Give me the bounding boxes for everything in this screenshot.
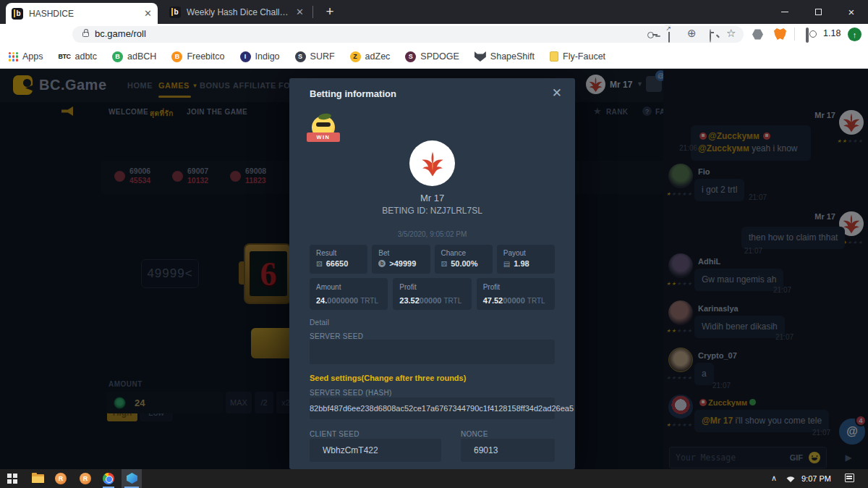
tab-hashdice[interactable]: b HASHDICE ✕ [6, 3, 158, 24]
betting-id: BETING ID: NZJ7LRL7SL [289, 206, 575, 216]
tray-chevron-icon[interactable]: ∧ [771, 474, 777, 483]
stats-row: Result ⚄66650 Bet b>49999 Chance ⚄50.00%… [310, 245, 555, 274]
bookmark-flyfaucet[interactable]: Fly-Faucet [550, 51, 605, 62]
spdoge-icon: S [405, 51, 416, 62]
bch-icon: B [112, 51, 123, 62]
dice-icon: ⚄ [441, 260, 448, 268]
bookmark-adbch[interactable]: B adBCH [112, 51, 156, 62]
update-arrow-icon[interactable]: ↑ [848, 28, 861, 41]
server-seed-hash-label: SERVER SEED (HASH) [310, 389, 392, 397]
new-tab-button[interactable]: + [320, 2, 339, 21]
add-circle-icon[interactable]: ⊕ [687, 27, 697, 40]
bookmark-star-icon[interactable]: ☆ [726, 27, 736, 40]
server-seed-field[interactable] [310, 340, 555, 364]
flyfaucet-icon [550, 51, 558, 62]
bet-datetime: 3/5/2020, 9:05:02 PM [289, 230, 575, 238]
wifi-icon[interactable] [786, 474, 796, 483]
nonce-label: NONCE [461, 430, 488, 438]
action-center-icon[interactable] [845, 474, 854, 482]
start-button[interactable] [7, 474, 17, 484]
bookmark-adzec[interactable]: Z adZec [350, 51, 391, 62]
btc-text-icon: BTC [59, 53, 71, 60]
amounts-row: Amount 24.0000000TRTL Profit 23.5200000T… [310, 278, 555, 310]
bcgame-favicon: b [169, 7, 181, 18]
client-seed-label: CLIENT SEED [310, 430, 359, 438]
apps-grid-icon [9, 52, 18, 62]
stat-payout: Payout ▤1.98 [497, 245, 555, 274]
profit-card: Profit 23.5200000TRTL [393, 278, 471, 310]
windows-taskbar: R R ∧ 9:07 PM [0, 469, 868, 488]
surf-icon: S [295, 51, 306, 62]
bcgame-favicon: b [12, 8, 23, 20]
nonce-field[interactable]: 69013 [461, 439, 555, 462]
minimize-button[interactable] [768, 0, 801, 23]
extension-camera-icon[interactable] [806, 28, 809, 43]
open-in-new-icon[interactable] [668, 29, 670, 43]
tab-close-icon[interactable]: ✕ [144, 8, 152, 19]
amount-card: Amount 24.0000000TRTL [310, 278, 388, 310]
stat-result: Result ⚄66650 [310, 245, 367, 274]
extension-badge-value: 1.18 [823, 28, 841, 38]
bookmark-indigo[interactable]: I Indigo [240, 51, 280, 62]
active-app-icon [127, 473, 137, 484]
tab-weekly-challenge[interactable]: b Weekly Hash Dice Challenge - Se ✕ [163, 0, 310, 24]
bookmark-shapeshift[interactable]: ShapeShift [475, 51, 535, 62]
url-text[interactable]: bc.game/roll [95, 28, 146, 39]
bookmark-spdoge[interactable]: S SPDOGE [405, 51, 459, 62]
zec-icon: Z [350, 51, 361, 62]
modal-close-icon[interactable]: ✕ [552, 85, 562, 101]
tab-title: Weekly Hash Dice Challenge - Se [187, 7, 290, 17]
maximize-button[interactable] [801, 0, 835, 23]
bookmark-freebitco[interactable]: B Freebitco [171, 51, 224, 62]
modal-title: Betting information [310, 88, 396, 99]
seed-settings-heading: Seed settings(Change after three rounds) [310, 374, 466, 382]
active-app-button[interactable] [122, 469, 142, 488]
shapeshift-fox-icon [475, 51, 486, 62]
betting-info-modal: Betting information ✕ WIN Mr 17 BETING I… [289, 78, 575, 469]
client-seed-field[interactable]: WbhzCmT422 [310, 439, 441, 462]
lock-icon[interactable] [82, 32, 89, 37]
tab-title: HASHDICE [29, 9, 138, 19]
win-glasses-icon [316, 122, 331, 127]
player-name: Mr 17 [289, 193, 575, 203]
win-badge: WIN [308, 116, 339, 149]
app-r-icon[interactable]: R [55, 473, 67, 484]
address-bar[interactable] [72, 26, 744, 43]
file-explorer-icon[interactable] [32, 474, 44, 483]
freebitco-icon: B [171, 51, 182, 62]
close-button[interactable]: × [835, 0, 868, 23]
cards-icon: ▤ [503, 260, 510, 268]
stat-chance: Chance ⚄50.00% [435, 245, 493, 274]
indigo-icon: I [240, 51, 251, 62]
bookmark-apps[interactable]: Apps [9, 51, 43, 62]
profit-card: Profit 47.5200000TRTL [477, 278, 555, 310]
zoom-out-icon[interactable] [710, 29, 711, 43]
toolbar-separator [794, 28, 795, 41]
bookmarks-bar: Apps BTC adbtc B adBCH B Freebitco I Ind… [0, 45, 868, 69]
detail-label: Detail [310, 319, 329, 327]
clock[interactable]: 9:07 PM [801, 474, 831, 483]
chrome-taskbar-icon[interactable] [103, 473, 114, 484]
win-ribbon-label: WIN [307, 132, 340, 142]
server-seed-hash-field[interactable]: 82bbf487d6ee238d6808ac52ce17a6767344790c… [310, 397, 555, 419]
tab-close-icon[interactable]: ✕ [296, 7, 304, 17]
bookmark-surf[interactable]: S SURF [295, 51, 335, 62]
tab-strip: b HASHDICE ✕ b Weekly Hash Dice Challeng… [0, 0, 868, 24]
coin-icon: b [378, 260, 386, 267]
dice-icon: ⚄ [316, 260, 323, 268]
stat-bet: Bet b>49999 [372, 245, 430, 274]
app-r-icon[interactable]: R [80, 473, 91, 484]
bookmark-adbtc[interactable]: BTC adbtc [59, 51, 98, 62]
tab-separator [312, 6, 313, 18]
player-avatar [409, 140, 455, 186]
